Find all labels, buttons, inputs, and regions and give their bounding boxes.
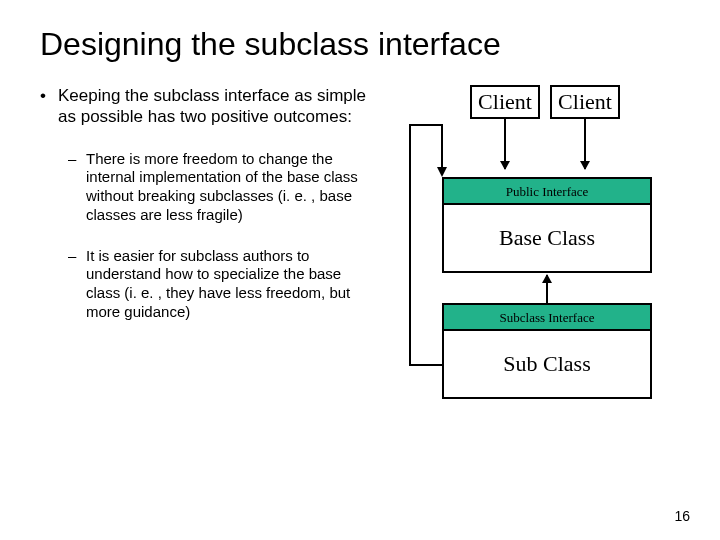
bullet-level2a-text: There is more freedom to change the inte… [86,150,372,225]
page-number: 16 [674,508,690,524]
bullet-dot-icon: • [40,85,58,128]
bullet-level2: – It is easier for subclass authors to u… [68,247,372,322]
bullet-level2b-text: It is easier for subclass authors to und… [86,247,372,322]
diagram-area: Client Client Public Interface Base Clas… [380,85,680,505]
bullet-dash-icon: – [68,247,86,322]
bullet-level1: • Keeping the subclass interface as simp… [40,85,372,128]
slide-title: Designing the subclass interface [40,26,680,63]
svg-marker-0 [437,167,447,177]
loop-arrow-icon [380,85,680,415]
bullet-level1-text: Keeping the subclass interface as simple… [58,85,372,128]
text-column: • Keeping the subclass interface as simp… [40,85,380,505]
bullet-dash-icon: – [68,150,86,225]
bullet-level2: – There is more freedom to change the in… [68,150,372,225]
content-row: • Keeping the subclass interface as simp… [40,85,680,505]
slide: Designing the subclass interface • Keepi… [0,0,720,540]
